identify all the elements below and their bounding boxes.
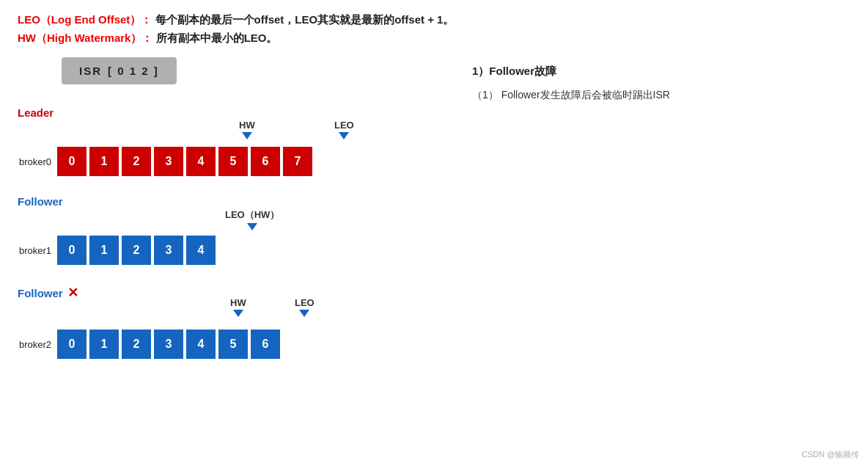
broker1-cell-1: 1 bbox=[88, 234, 120, 266]
leo-arrow-broker2 bbox=[299, 310, 309, 317]
broker1-name: broker1 bbox=[18, 245, 56, 256]
leader-section: Leader HW LEO broker0 0 1 2 bbox=[18, 106, 443, 178]
broker1-cell-4: 4 bbox=[185, 234, 217, 266]
watermark: CSDN @输频传 bbox=[802, 449, 859, 460]
error-icon: ✕ bbox=[65, 284, 82, 302]
broker1-row: broker1 0 1 2 3 4 bbox=[18, 234, 443, 266]
isr-box: ISR [ 0 1 2 ] bbox=[62, 57, 177, 84]
follower1-label: Follower bbox=[18, 195, 443, 208]
broker0-cell-3: 3 bbox=[152, 145, 185, 178]
broker0-cell-2: 2 bbox=[120, 145, 152, 178]
broker0-cells: 0 1 2 3 4 5 6 7 bbox=[56, 145, 314, 178]
broker2-name: broker2 bbox=[18, 339, 56, 350]
leo-hw-label-broker1: LEO（HW） bbox=[225, 208, 279, 222]
broker0-name: broker0 bbox=[18, 156, 56, 167]
leo-keyword: LEO（Log End Offset）： bbox=[18, 13, 152, 26]
right-panel-title: 1）Follower故障 bbox=[472, 65, 850, 79]
broker2-cell-4: 4 bbox=[185, 328, 217, 360]
broker0-cell-1: 1 bbox=[88, 145, 120, 178]
hw-arrow-broker0 bbox=[242, 132, 252, 139]
broker2-cells: 0 1 2 3 4 5 6 bbox=[56, 328, 282, 360]
broker0-cell-4: 4 bbox=[185, 145, 217, 178]
hw-keyword: HW（High Watermark）： bbox=[18, 32, 152, 44]
hw-arrow-broker2 bbox=[233, 310, 243, 317]
main-content: ISR [ 0 1 2 ] Leader HW LEO bbox=[18, 57, 850, 375]
broker1-cell-0: 0 bbox=[56, 234, 88, 266]
broker2-cell-1: 1 bbox=[88, 328, 120, 360]
leo-label-broker2: LEO bbox=[295, 297, 315, 308]
hw-label-broker0: HW bbox=[239, 120, 255, 131]
broker0-cell-7: 7 bbox=[282, 145, 314, 178]
broker0-cell-5: 5 bbox=[217, 145, 249, 178]
broker0-cell-6: 6 bbox=[249, 145, 282, 178]
right-panel: 1）Follower故障 （1） Follower发生故障后会被临时踢出ISR bbox=[443, 57, 850, 375]
broker1-cell-2: 2 bbox=[120, 234, 152, 266]
follower2-section: Follower ✕ HW LEO broker2 0 bbox=[18, 284, 443, 360]
isr-label: ISR bbox=[79, 65, 102, 77]
broker2-row: broker2 0 1 2 3 4 5 6 bbox=[18, 328, 443, 360]
follower2-label-text: Follower bbox=[18, 287, 63, 299]
broker2-cell-2: 2 bbox=[120, 328, 152, 360]
leader-label: Leader bbox=[18, 106, 443, 119]
definitions: LEO（Log End Offset）： 每个副本的最后一个offset，LEO… bbox=[18, 13, 850, 45]
broker0-row: broker0 0 1 2 3 4 5 6 7 bbox=[18, 145, 443, 178]
leo-hw-arrow-broker1 bbox=[247, 223, 257, 230]
hw-definition: HW（High Watermark）： 所有副本中最小的LEO。 bbox=[18, 32, 850, 45]
isr-row: ISR [ 0 1 2 ] bbox=[62, 57, 443, 84]
broker2-cell-3: 3 bbox=[152, 328, 185, 360]
broker1-cell-3: 3 bbox=[152, 234, 185, 266]
hw-label-broker2: HW bbox=[230, 297, 246, 308]
hw-desc: 所有副本中最小的LEO。 bbox=[156, 32, 278, 44]
leo-label-broker0: LEO bbox=[334, 120, 354, 131]
broker2-cell-0: 0 bbox=[56, 328, 88, 360]
right-panel-desc: （1） Follower发生故障后会被临时踢出ISR bbox=[472, 86, 850, 104]
broker0-cell-0: 0 bbox=[56, 145, 88, 178]
leo-definition: LEO（Log End Offset）： 每个副本的最后一个offset，LEO… bbox=[18, 13, 850, 27]
page: LEO（Log End Offset）： 每个副本的最后一个offset，LEO… bbox=[0, 0, 868, 466]
broker2-cell-5: 5 bbox=[217, 328, 249, 360]
leo-desc: 每个副本的最后一个offset，LEO其实就是最新的offset + 1。 bbox=[155, 13, 455, 26]
follower1-section: Follower LEO（HW） broker1 0 1 2 3 4 bbox=[18, 195, 443, 266]
left-panel: ISR [ 0 1 2 ] Leader HW LEO bbox=[18, 57, 443, 375]
isr-content: [ 0 1 2 ] bbox=[108, 65, 159, 77]
broker2-cell-6: 6 bbox=[249, 328, 282, 360]
broker1-cells: 0 1 2 3 4 bbox=[56, 234, 217, 266]
leo-arrow-broker0 bbox=[339, 132, 349, 139]
